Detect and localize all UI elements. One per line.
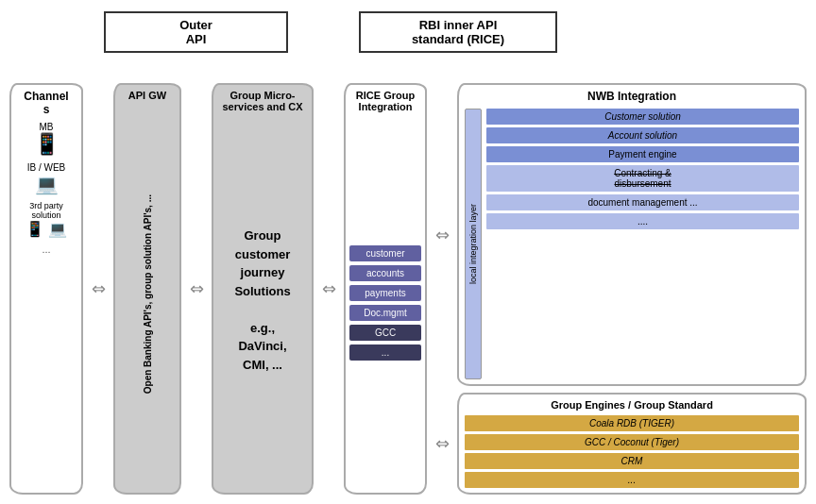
arrow-5: ⇔ (432, 393, 452, 495)
channel-ib-web: IB / WEB 💻 (27, 162, 66, 195)
apigw-title: API GW (128, 90, 166, 101)
nwb-contracting: Contracting &disbursement (486, 165, 799, 192)
rice-item-customer: customer (349, 245, 421, 261)
engine-item-1: Coala RDB (TIGER) (465, 415, 799, 431)
channel-mb: MB 📱 (34, 122, 60, 157)
rice-item-gcc: GCC (349, 325, 421, 341)
nwb-customer-solution: Customer solution (486, 109, 799, 125)
outer-api-banner: OuterAPI (104, 11, 288, 53)
main-container: OuterAPI RBI inner APIstandard (RICE) Ch… (0, 0, 816, 504)
rice-item-dots: ... (349, 344, 421, 361)
nwb-document-mgmt: document management ... (486, 194, 799, 210)
local-integration-label: local integration layer (465, 109, 482, 379)
channels-title: Channels (24, 90, 68, 116)
rice-column: RICE GroupIntegration customer accounts … (344, 83, 427, 495)
microservices-column: Group Micro-services and CX Groupcustome… (212, 83, 314, 495)
outer-api-title: OuterAPI (179, 18, 212, 46)
arrow-2: ⇔ (186, 83, 207, 495)
nwb-account-solution: Account solution (486, 127, 799, 143)
rice-item-accounts: accounts (349, 265, 421, 281)
apigw-text: Open Banking API's, group solution API's… (143, 194, 153, 394)
microservices-text: GroupcustomerjourneySolutionse.g.,DaVinc… (234, 112, 290, 488)
rice-item-docmgmt: Doc.mgmt (349, 305, 421, 321)
engines-column: Group Engines / Group Standard Coala RDB… (457, 393, 807, 495)
nwb-payment-engine: Payment engine (486, 146, 799, 162)
engines-title: Group Engines / Group Standard (465, 399, 799, 411)
channels-column: Channels MB 📱 IB / WEB 💻 3rd party solut… (9, 83, 83, 495)
rice-title: RICE GroupIntegration (349, 90, 421, 112)
engines-list: Coala RDB (TIGER) GCC / Coconut (Tiger) … (465, 415, 799, 488)
apigw-column: API GW Open Banking API's, group solutio… (113, 83, 181, 495)
channels-dots: ... (42, 244, 50, 255)
arrow-1: ⇔ (88, 83, 109, 495)
rbi-api-banner: RBI inner APIstandard (RICE) (359, 11, 557, 53)
engine-item-2: GCC / Coconut (Tiger) (465, 434, 799, 450)
arrow-3: ⇔ (318, 83, 339, 495)
microservices-title: Group Micro-services and CX (223, 90, 303, 112)
rice-items-list: customer accounts payments Doc.mgmt GCC … (349, 118, 421, 488)
nwb-title: NWB Integration (465, 90, 799, 103)
arrow-4: ⇔ (432, 83, 452, 386)
rice-item-payments: payments (349, 285, 421, 301)
rbi-api-title: RBI inner APIstandard (RICE) (412, 18, 504, 46)
engine-item-3: CRM (465, 453, 799, 469)
engine-item-4: ... (465, 472, 799, 488)
channel-3rd-party: 3rd party solution 📱 💻 (26, 201, 67, 238)
nwb-dots: .... (486, 213, 799, 229)
nwb-solutions-list: Customer solution Account solution Payme… (486, 109, 799, 379)
nwb-column: NWB Integration local integration layer … (457, 83, 807, 386)
